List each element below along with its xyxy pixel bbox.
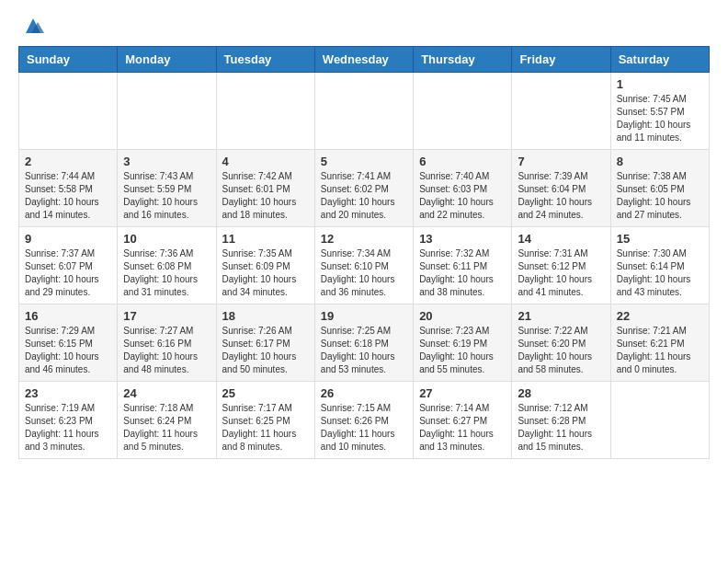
day-number: 11 <box>222 232 309 246</box>
calendar-cell: 6Sunrise: 7:40 AM Sunset: 6:03 PM Daylig… <box>414 150 512 227</box>
calendar-cell: 18Sunrise: 7:26 AM Sunset: 6:17 PM Dayli… <box>216 304 314 382</box>
calendar-cell: 4Sunrise: 7:42 AM Sunset: 6:01 PM Daylig… <box>216 150 314 227</box>
calendar-header-saturday: Saturday <box>610 47 709 73</box>
day-number: 25 <box>222 386 309 400</box>
day-info: Sunrise: 7:25 AM Sunset: 6:18 PM Dayligh… <box>321 325 407 376</box>
day-info: Sunrise: 7:42 AM Sunset: 6:01 PM Dayligh… <box>222 170 309 222</box>
calendar-cell <box>610 382 709 459</box>
calendar-header-thursday: Thursday <box>414 47 512 73</box>
calendar-table: SundayMondayTuesdayWednesdayThursdayFrid… <box>18 46 710 459</box>
calendar-cell <box>118 73 216 150</box>
calendar-cell: 9Sunrise: 7:37 AM Sunset: 6:07 PM Daylig… <box>19 227 118 304</box>
calendar-header-friday: Friday <box>512 47 610 73</box>
calendar-cell: 28Sunrise: 7:12 AM Sunset: 6:28 PM Dayli… <box>512 382 610 459</box>
calendar-cell: 25Sunrise: 7:17 AM Sunset: 6:25 PM Dayli… <box>216 382 314 459</box>
calendar-week-row: 16Sunrise: 7:29 AM Sunset: 6:15 PM Dayli… <box>19 304 710 382</box>
day-info: Sunrise: 7:38 AM Sunset: 6:05 PM Dayligh… <box>617 170 703 222</box>
calendar-cell: 11Sunrise: 7:35 AM Sunset: 6:09 PM Dayli… <box>216 227 314 304</box>
day-info: Sunrise: 7:44 AM Sunset: 5:58 PM Dayligh… <box>25 170 111 222</box>
calendar-week-row: 1Sunrise: 7:45 AM Sunset: 5:57 PM Daylig… <box>19 73 710 150</box>
day-info: Sunrise: 7:43 AM Sunset: 5:59 PM Dayligh… <box>123 170 210 222</box>
calendar-header-row: SundayMondayTuesdayWednesdayThursdayFrid… <box>19 47 710 73</box>
calendar-cell: 12Sunrise: 7:34 AM Sunset: 6:10 PM Dayli… <box>314 227 413 304</box>
day-info: Sunrise: 7:26 AM Sunset: 6:17 PM Dayligh… <box>222 325 309 376</box>
day-number: 6 <box>419 155 506 168</box>
day-number: 2 <box>25 155 111 168</box>
calendar-cell: 20Sunrise: 7:23 AM Sunset: 6:19 PM Dayli… <box>414 304 512 382</box>
calendar-cell: 21Sunrise: 7:22 AM Sunset: 6:20 PM Dayli… <box>512 304 610 382</box>
calendar-header-sunday: Sunday <box>19 47 118 73</box>
day-info: Sunrise: 7:19 AM Sunset: 6:23 PM Dayligh… <box>25 402 111 454</box>
calendar-header-tuesday: Tuesday <box>216 47 314 73</box>
calendar-cell: 23Sunrise: 7:19 AM Sunset: 6:23 PM Dayli… <box>19 382 118 459</box>
calendar-cell: 14Sunrise: 7:31 AM Sunset: 6:12 PM Dayli… <box>512 227 610 304</box>
day-number: 15 <box>617 232 703 246</box>
day-number: 12 <box>321 232 407 246</box>
day-number: 20 <box>419 309 506 323</box>
calendar-week-row: 23Sunrise: 7:19 AM Sunset: 6:23 PM Dayli… <box>19 382 710 459</box>
calendar-cell: 26Sunrise: 7:15 AM Sunset: 6:26 PM Dayli… <box>314 382 413 459</box>
logo <box>18 18 44 37</box>
day-info: Sunrise: 7:31 AM Sunset: 6:12 PM Dayligh… <box>518 247 604 299</box>
calendar-cell: 5Sunrise: 7:41 AM Sunset: 6:02 PM Daylig… <box>314 150 413 227</box>
calendar-cell: 3Sunrise: 7:43 AM Sunset: 5:59 PM Daylig… <box>118 150 216 227</box>
day-number: 26 <box>321 386 407 400</box>
calendar-cell <box>19 73 118 150</box>
calendar-cell: 22Sunrise: 7:21 AM Sunset: 6:21 PM Dayli… <box>610 304 709 382</box>
day-number: 4 <box>222 155 309 168</box>
calendar-header-wednesday: Wednesday <box>314 47 413 73</box>
day-number: 8 <box>617 155 703 168</box>
day-info: Sunrise: 7:17 AM Sunset: 6:25 PM Dayligh… <box>222 402 309 454</box>
day-info: Sunrise: 7:23 AM Sunset: 6:19 PM Dayligh… <box>419 325 506 376</box>
day-info: Sunrise: 7:22 AM Sunset: 6:20 PM Dayligh… <box>518 325 604 376</box>
calendar-cell: 19Sunrise: 7:25 AM Sunset: 6:18 PM Dayli… <box>314 304 413 382</box>
day-number: 13 <box>419 232 506 246</box>
calendar-cell: 16Sunrise: 7:29 AM Sunset: 6:15 PM Dayli… <box>19 304 118 382</box>
day-number: 1 <box>617 77 703 91</box>
day-info: Sunrise: 7:40 AM Sunset: 6:03 PM Dayligh… <box>419 170 506 222</box>
logo-icon <box>22 15 44 37</box>
day-number: 22 <box>617 309 703 323</box>
day-info: Sunrise: 7:18 AM Sunset: 6:24 PM Dayligh… <box>123 402 210 454</box>
day-info: Sunrise: 7:27 AM Sunset: 6:16 PM Dayligh… <box>123 325 210 376</box>
calendar-cell: 24Sunrise: 7:18 AM Sunset: 6:24 PM Dayli… <box>118 382 216 459</box>
calendar-cell: 1Sunrise: 7:45 AM Sunset: 5:57 PM Daylig… <box>610 73 709 150</box>
day-info: Sunrise: 7:15 AM Sunset: 6:26 PM Dayligh… <box>321 402 407 454</box>
day-info: Sunrise: 7:34 AM Sunset: 6:10 PM Dayligh… <box>321 247 407 299</box>
calendar-cell: 7Sunrise: 7:39 AM Sunset: 6:04 PM Daylig… <box>512 150 610 227</box>
day-number: 3 <box>123 155 210 168</box>
day-info: Sunrise: 7:36 AM Sunset: 6:08 PM Dayligh… <box>123 247 210 299</box>
day-number: 24 <box>123 386 210 400</box>
page-header <box>18 18 710 37</box>
calendar-week-row: 2Sunrise: 7:44 AM Sunset: 5:58 PM Daylig… <box>19 150 710 227</box>
day-info: Sunrise: 7:14 AM Sunset: 6:27 PM Dayligh… <box>419 402 506 454</box>
day-number: 21 <box>518 309 604 323</box>
calendar-cell: 10Sunrise: 7:36 AM Sunset: 6:08 PM Dayli… <box>118 227 216 304</box>
day-info: Sunrise: 7:35 AM Sunset: 6:09 PM Dayligh… <box>222 247 309 299</box>
calendar-week-row: 9Sunrise: 7:37 AM Sunset: 6:07 PM Daylig… <box>19 227 710 304</box>
day-number: 14 <box>518 232 604 246</box>
calendar-cell: 8Sunrise: 7:38 AM Sunset: 6:05 PM Daylig… <box>610 150 709 227</box>
calendar-cell: 17Sunrise: 7:27 AM Sunset: 6:16 PM Dayli… <box>118 304 216 382</box>
calendar-cell: 2Sunrise: 7:44 AM Sunset: 5:58 PM Daylig… <box>19 150 118 227</box>
day-info: Sunrise: 7:30 AM Sunset: 6:14 PM Dayligh… <box>617 247 703 299</box>
day-info: Sunrise: 7:39 AM Sunset: 6:04 PM Dayligh… <box>518 170 604 222</box>
calendar-cell: 13Sunrise: 7:32 AM Sunset: 6:11 PM Dayli… <box>414 227 512 304</box>
day-info: Sunrise: 7:41 AM Sunset: 6:02 PM Dayligh… <box>321 170 407 222</box>
day-info: Sunrise: 7:21 AM Sunset: 6:21 PM Dayligh… <box>617 325 703 376</box>
calendar-cell <box>216 73 314 150</box>
day-number: 18 <box>222 309 309 323</box>
day-info: Sunrise: 7:32 AM Sunset: 6:11 PM Dayligh… <box>419 247 506 299</box>
day-info: Sunrise: 7:29 AM Sunset: 6:15 PM Dayligh… <box>25 325 111 376</box>
day-number: 10 <box>123 232 210 246</box>
calendar-cell <box>314 73 413 150</box>
day-number: 19 <box>321 309 407 323</box>
day-number: 5 <box>321 155 407 168</box>
day-number: 7 <box>518 155 604 168</box>
day-number: 23 <box>25 386 111 400</box>
day-number: 28 <box>518 386 604 400</box>
calendar-header-monday: Monday <box>118 47 216 73</box>
day-info: Sunrise: 7:37 AM Sunset: 6:07 PM Dayligh… <box>25 247 111 299</box>
day-number: 17 <box>123 309 210 323</box>
day-number: 9 <box>25 232 111 246</box>
